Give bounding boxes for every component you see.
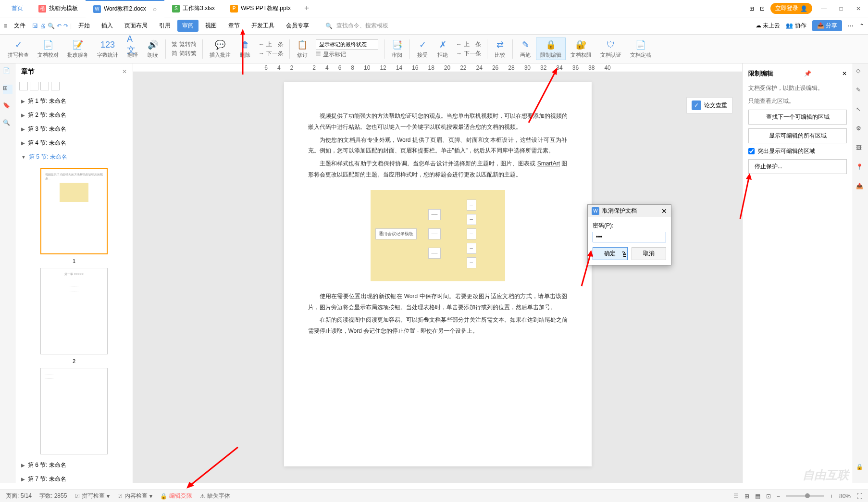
- ribbon-permissions[interactable]: 🔐文档权限: [567, 38, 595, 60]
- ribbon-compare[interactable]: ⇄比较: [490, 38, 509, 60]
- zoom-level[interactable]: 80%: [839, 493, 851, 500]
- tab-excel[interactable]: S 工作簿3.xlsx: [164, 0, 223, 17]
- dialog-titlebar[interactable]: W 取消保护文档 ✕: [588, 205, 671, 217]
- status-restricted[interactable]: 🔒 编辑受限: [160, 492, 192, 500]
- fullscreen-icon[interactable]: ⛶: [856, 493, 862, 500]
- ribbon-review[interactable]: 📑审阅: [387, 38, 407, 60]
- menu-view[interactable]: 视图: [200, 20, 222, 32]
- share-button[interactable]: 📤 分享: [812, 20, 842, 31]
- nav-section-3[interactable]: ▶第 3 节: 未命名: [15, 122, 133, 136]
- more-icon[interactable]: ⋯: [848, 23, 854, 29]
- document-page[interactable]: 视频提供了功能强大的方法帮助您证明您的观点。当您单击联机视频时，可以在想要添加的…: [284, 82, 592, 466]
- ribbon-certify[interactable]: 🛡文档认证: [596, 38, 625, 60]
- ribbon-convert[interactable]: 繁繁转简 简简转繁: [169, 39, 199, 59]
- highlight-editable-checkbox[interactable]: 突出显示可编辑的区域: [748, 147, 847, 155]
- chevron-up-icon[interactable]: ⌃: [859, 23, 864, 29]
- smartart-link[interactable]: SmartArt: [537, 160, 560, 167]
- ribbon-track[interactable]: 📋修订: [293, 38, 312, 60]
- print-icon[interactable]: 🖨: [40, 23, 46, 29]
- status-words[interactable]: 字数: 2855: [39, 492, 67, 500]
- outline-icon[interactable]: 📄: [3, 67, 12, 77]
- ribbon-comment[interactable]: 💬插入批注: [206, 38, 235, 60]
- menu-start[interactable]: 开始: [74, 20, 95, 32]
- zoom-slider[interactable]: [786, 495, 824, 497]
- ribbon-spellcheck[interactable]: ✓拼写检查: [4, 38, 33, 60]
- zoom-out-icon[interactable]: −: [777, 493, 780, 500]
- menu-file[interactable]: 文件: [9, 20, 30, 32]
- ribbon-translate[interactable]: A文翻译: [123, 38, 142, 60]
- maximize-button[interactable]: □: [835, 5, 847, 12]
- tab-ppt[interactable]: P WPS PPT教程.pptx: [223, 0, 298, 17]
- nav-section-2[interactable]: ▶第 2 节: 未命名: [15, 108, 133, 122]
- status-page[interactable]: 页面: 5/14: [6, 492, 32, 500]
- ribbon-reject[interactable]: ✗拒绝: [433, 38, 452, 60]
- status-spell[interactable]: ☑ 拼写检查 ▾: [74, 492, 110, 500]
- preview-icon[interactable]: 🔍: [48, 23, 55, 29]
- stop-protection-button[interactable]: 停止保护...: [748, 159, 847, 174]
- panel-close-icon[interactable]: ✕: [842, 70, 847, 77]
- tab-close-icon[interactable]: ○: [153, 5, 157, 13]
- sections-icon[interactable]: ⊞: [3, 85, 12, 94]
- nav-tab-3[interactable]: [40, 82, 49, 90]
- pencil-icon[interactable]: ✎: [856, 87, 866, 96]
- menu-devtools[interactable]: 开发工具: [247, 20, 279, 32]
- close-button[interactable]: ✕: [853, 5, 864, 12]
- nav-tab-4[interactable]: [51, 82, 60, 90]
- tab-home[interactable]: 首页: [4, 0, 31, 17]
- menu-layout[interactable]: 页面布局: [120, 20, 152, 32]
- nav-section-6[interactable]: ▶第 6 节: 未命名: [15, 458, 133, 472]
- plagiarism-check-button[interactable]: ✓ 论文查重: [686, 97, 732, 113]
- image-icon[interactable]: 🖼: [856, 144, 866, 154]
- settings-icon[interactable]: ⚙: [856, 125, 866, 135]
- menu-reference[interactable]: 引用: [154, 20, 175, 32]
- ribbon-nav2[interactable]: ←上一条 →下一条: [453, 39, 484, 59]
- ribbon-pen[interactable]: ✎画笔: [516, 38, 535, 60]
- ribbon-finalize[interactable]: 📄文档定稿: [626, 38, 655, 60]
- ribbon-correction[interactable]: 📝批改服务: [63, 38, 92, 60]
- ribbon-nav1[interactable]: ←上一条 →下一条: [256, 39, 286, 59]
- menu-section[interactable]: 章节: [223, 20, 245, 32]
- tab-template[interactable]: 稻 找稻壳模板: [31, 0, 86, 17]
- apps-icon[interactable]: ⊡: [760, 5, 765, 12]
- diamond-icon[interactable]: ◇: [856, 67, 866, 77]
- checkbox-input[interactable]: [748, 148, 755, 154]
- thumb-2[interactable]: 第一章 XXXXX...............................…: [40, 268, 108, 354]
- menu-icon[interactable]: ≡: [4, 23, 7, 29]
- login-button[interactable]: 立即登录 👤: [770, 3, 812, 14]
- show-all-editable-button[interactable]: 显示可编辑的所有区域: [748, 128, 847, 143]
- save-icon[interactable]: 🖫: [32, 23, 38, 29]
- location-icon[interactable]: 📍: [856, 163, 866, 173]
- dialog-close-icon[interactable]: ✕: [661, 207, 667, 215]
- undo-icon[interactable]: ↶: [57, 23, 62, 29]
- view-mode-3-icon[interactable]: ▦: [755, 493, 760, 500]
- status-missing-fonts[interactable]: ⚠ 缺失字体: [200, 492, 230, 500]
- view-mode-1-icon[interactable]: ☰: [733, 493, 739, 500]
- cancel-button[interactable]: 取消: [632, 247, 667, 260]
- nav-section-7[interactable]: ▶第 7 节: 未命名: [15, 472, 133, 483]
- nav-section-5[interactable]: ▼第 5 节: 未命名: [15, 150, 133, 164]
- menu-insert[interactable]: 插入: [97, 20, 118, 32]
- zoom-in-icon[interactable]: +: [830, 493, 833, 500]
- markup-dropdown[interactable]: 显示标记的最终状态: [316, 39, 378, 50]
- pin-icon[interactable]: 📌: [804, 70, 811, 77]
- status-content[interactable]: ☑ 内容检查 ▾: [117, 492, 152, 500]
- nav-close-icon[interactable]: ✕: [122, 68, 127, 75]
- ribbon-markup[interactable]: 显示标记的最终状态 ☰显示标记: [313, 38, 381, 60]
- password-input[interactable]: [593, 232, 666, 242]
- thumb-1[interactable]: 视频提供了功能强大的方法帮助您证明您的观点...: [40, 168, 108, 254]
- pointer-icon[interactable]: ↖: [856, 106, 866, 115]
- nav-section-1[interactable]: ▶第 1 节: 未命名: [15, 94, 133, 108]
- menu-member[interactable]: 会员专享: [281, 20, 314, 32]
- nav-tab-2[interactable]: [30, 82, 38, 90]
- ribbon-restrict-edit[interactable]: 🔒限制编辑: [536, 38, 566, 60]
- ribbon-wordcount[interactable]: 123字数统计: [93, 38, 122, 60]
- tab-word-active[interactable]: W Word教程2.docx ○: [86, 0, 164, 17]
- nav-tab-1[interactable]: [19, 82, 28, 90]
- ribbon-accept[interactable]: ✓接受: [413, 38, 432, 60]
- minimize-button[interactable]: —: [818, 5, 830, 12]
- tab-add-button[interactable]: +: [298, 3, 315, 13]
- menu-search[interactable]: 🔍 查找命令、搜索模板: [325, 22, 388, 30]
- grid-icon[interactable]: ⊞: [749, 5, 754, 12]
- find-next-editable-button[interactable]: 查找下一个可编辑的区域: [748, 110, 847, 125]
- export-icon[interactable]: 📤: [856, 183, 866, 192]
